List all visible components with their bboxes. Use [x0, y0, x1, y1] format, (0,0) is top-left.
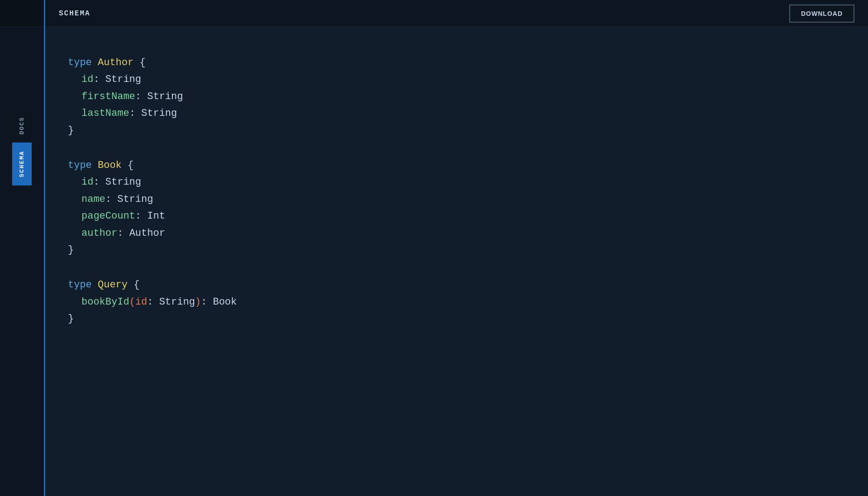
paren-open-bookbyid: (	[129, 296, 135, 308]
field-lastname-author: lastName: String	[68, 105, 845, 122]
sidebar-tab-label-docs: DOCS	[19, 117, 25, 134]
header: SCHEMA DOWNLOAD	[45, 0, 868, 27]
return-colon-bookbyid: :	[201, 296, 207, 308]
method-name-bookbyid: bookById	[81, 296, 129, 308]
type-name-author: Author	[98, 57, 134, 68]
type-author-book: Author	[129, 228, 165, 239]
brace-close-query: }	[68, 313, 74, 324]
sidebar-top-bar	[0, 0, 44, 27]
type-pagecount: Int	[147, 210, 165, 222]
return-type-bookbyid: Book	[213, 296, 237, 308]
colon-id-author: :	[93, 74, 99, 85]
keyword-type-author: type	[68, 57, 92, 68]
field-pagecount-book: pageCount: Int	[68, 208, 845, 224]
main-panel: SCHEMA DOWNLOAD type Author { id: String…	[45, 0, 868, 496]
keyword-type-book: type	[68, 160, 92, 171]
brace-open-query: {	[134, 279, 139, 291]
type-name-book: String	[117, 194, 153, 205]
brace-open-book: {	[128, 160, 134, 171]
colon-pagecount: :	[135, 210, 141, 222]
brace-close-query-line: }	[68, 310, 845, 327]
field-id-book: id: String	[68, 174, 845, 191]
brace-close-author: }	[68, 125, 74, 136]
field-name-id-author: id	[81, 74, 93, 85]
type-name-query: Query	[98, 279, 128, 291]
colon-firstname: :	[135, 91, 141, 102]
type-id-book: String	[105, 176, 141, 188]
brace-close-book-line: }	[68, 242, 845, 258]
type-book-declaration: type Book {	[68, 157, 845, 174]
field-name-name-book: name	[81, 194, 105, 205]
type-author-block: type Author { id: String firstName: Stri…	[68, 54, 845, 139]
field-name-firstname: firstName	[81, 91, 135, 102]
download-button[interactable]: DOWNLOAD	[789, 5, 854, 23]
brace-close-book: }	[68, 244, 74, 256]
type-lastname: String	[141, 108, 177, 119]
type-name-book: Book	[98, 160, 122, 171]
param-type-id: String	[159, 296, 195, 308]
field-id-author: id: String	[68, 71, 845, 88]
colon-name-book: :	[105, 194, 111, 205]
field-firstname-author: firstName: String	[68, 88, 845, 105]
param-name-id: id	[135, 296, 147, 308]
sidebar-item-docs[interactable]: DOCS	[12, 109, 32, 143]
type-query-block: type Query { bookById(id: String): Book …	[68, 277, 845, 327]
sidebar: DOCS SCHEMA	[0, 0, 45, 496]
field-name-pagecount: pageCount	[81, 210, 135, 222]
type-query-declaration: type Query {	[68, 277, 845, 293]
field-name-id-book: id	[81, 176, 93, 188]
brace-close-author-line: }	[68, 122, 845, 139]
colon-lastname: :	[129, 108, 135, 119]
type-id-author: String	[105, 74, 141, 85]
field-name-book: name: String	[68, 191, 845, 208]
schema-code-area: type Author { id: String firstName: Stri…	[45, 27, 868, 496]
field-name-author-book: author	[81, 228, 117, 239]
paren-close-bookbyid: )	[195, 296, 201, 308]
type-book-block: type Book { id: String name: String page…	[68, 157, 845, 258]
field-author-book: author: Author	[68, 225, 845, 242]
sidebar-tabs: DOCS SCHEMA	[12, 109, 32, 186]
page-title: SCHEMA	[59, 10, 91, 18]
method-bookbyid: bookById(id: String): Book	[68, 294, 845, 310]
sidebar-item-schema[interactable]: SCHEMA	[12, 143, 32, 186]
brace-open-author: {	[139, 57, 145, 68]
field-name-lastname: lastName	[81, 108, 129, 119]
sidebar-tab-label-schema: SCHEMA	[19, 151, 25, 177]
type-author-declaration: type Author {	[68, 54, 845, 71]
type-firstname: String	[147, 91, 183, 102]
colon-author-book: :	[117, 228, 123, 239]
param-colon-id: :	[147, 296, 153, 308]
keyword-type-query: type	[68, 279, 92, 291]
colon-id-book: :	[93, 176, 99, 188]
